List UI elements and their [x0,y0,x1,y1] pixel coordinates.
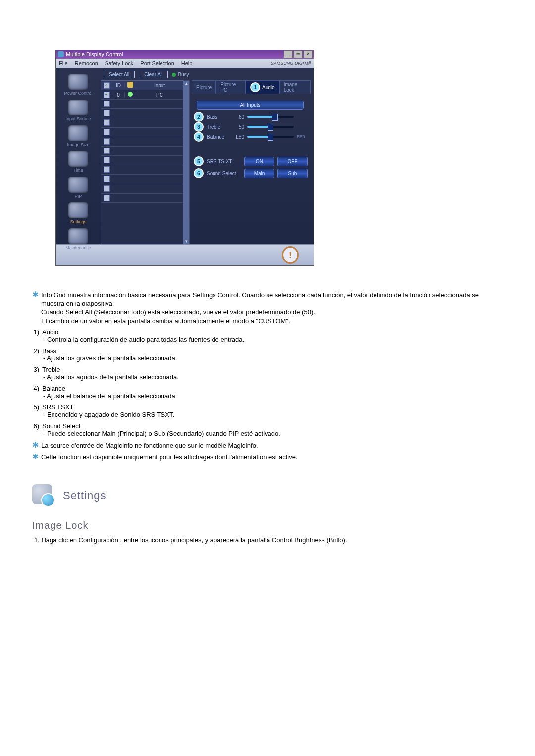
tab-image-lock[interactable]: Image Lock [279,80,311,94]
srs-off-button[interactable]: OFF [277,157,308,166]
menu-port-selection[interactable]: Port Selection [140,60,174,66]
clear-all-button[interactable]: Clear All [139,71,168,78]
row-checkbox[interactable] [104,101,110,107]
description-content: ✱ Info Grid muestra información básica n… [32,291,503,544]
table-row[interactable]: ✓ 0 PC [101,90,183,100]
tab-label: Image Lock [284,82,306,93]
menu-remocon[interactable]: Remocon [75,60,98,66]
sidebar-item-power-control[interactable]: Power Control [58,74,98,98]
sidebar-item-label: Time [73,168,83,173]
list-title: Balance [42,385,503,392]
table-row[interactable] [101,194,183,203]
sidebar-item-label: Maintenance [65,245,91,250]
table-row[interactable] [101,128,183,137]
sound-select-row: 6 Sound Select Main Sub [193,168,308,178]
row-checkbox[interactable] [104,166,110,173]
note-text: La source d'entrée de MagicInfo ne fonct… [41,441,258,450]
balance-slider-row: 4 Balance L50 R50 [193,132,308,142]
sidebar-item-label: Input Source [65,116,91,121]
row-checkbox[interactable]: ✓ [104,92,110,98]
table-row[interactable] [101,118,183,128]
treble-slider[interactable] [247,126,294,128]
table-row[interactable] [101,109,183,118]
menu-safety-lock[interactable]: Safety Lock [105,60,133,66]
sidebar-item-image-size[interactable]: Image Size [58,125,98,149]
slider-thumb[interactable] [268,134,273,141]
srs-row: 5 SRS TS XT ON OFF [193,156,308,166]
note-text: Cette fonction est disponible uniquement… [41,453,298,462]
maximize-button[interactable]: ▭ [294,50,303,58]
image-lock-step: 1. Haga clic en Configuración , entre lo… [34,536,503,544]
sound-main-button[interactable]: Main [244,169,274,178]
srs-on-button[interactable]: ON [244,157,274,166]
status-col-icon [127,82,133,88]
menubar: File Remocon Safety Lock Port Selection … [56,59,314,68]
row-checkbox[interactable] [104,138,110,145]
list-desc: - Encendido y apagado de Sonido SRS TSXT… [43,411,503,418]
treble-label: Treble [207,124,229,130]
slider-thumb[interactable] [268,124,273,131]
col-id: ID [112,83,125,88]
list-num: 3) [32,366,39,373]
sound-select-label: Sound Select [207,171,241,176]
row-checkbox[interactable] [104,129,110,135]
table-row[interactable] [101,147,183,156]
image-lock-heading: Image Lock [32,520,503,531]
sound-sub-button[interactable]: Sub [277,169,308,178]
slider-thumb[interactable] [272,114,278,121]
power-icon [68,74,88,90]
table-row[interactable] [101,137,183,147]
sidebar-item-label: Power Control [64,91,92,96]
table-row[interactable] [101,156,183,165]
sidebar-item-pip[interactable]: PIP [58,177,98,201]
tab-audio[interactable]: 1 Audio [246,80,279,94]
menu-help[interactable]: Help [181,60,193,66]
minimize-button[interactable]: _ [284,50,293,58]
table-row[interactable] [101,175,183,184]
list-num: 1) [32,328,39,336]
row-checkbox[interactable] [104,110,110,116]
scrollbar[interactable] [183,80,190,244]
row-checkbox[interactable] [104,176,110,182]
all-inputs-button[interactable]: All Inputs [197,101,304,110]
sidebar-item-time[interactable]: Time [58,151,98,175]
row-checkbox[interactable] [104,185,110,192]
table-row[interactable] [101,165,183,175]
sidebar-item-maintenance[interactable]: Maintenance [58,228,98,252]
window-title: Multiple Display Control [66,51,123,57]
brand-label: SAMSUNG DIGITall [271,61,311,66]
row-checkbox[interactable] [104,119,110,126]
header-checkbox[interactable]: ✓ [104,82,110,89]
callout-5: 5 [194,156,204,166]
table-row[interactable] [101,100,183,109]
tab-label: Audio [262,85,275,90]
sidebar-item-settings[interactable]: Settings [58,202,98,226]
balance-slider[interactable] [247,136,294,138]
row-checkbox[interactable] [104,157,110,163]
bass-slider-row: 2 Bass 60 [193,112,308,122]
bass-label: Bass [207,114,229,120]
sidebar-item-input-source[interactable]: Input Source [58,100,98,123]
row-checkbox[interactable] [104,148,110,154]
row-checkbox[interactable] [104,195,110,201]
table-row[interactable] [101,184,183,194]
info-text: Info Grid muestra información básica nec… [41,291,503,325]
tab-picture[interactable]: Picture [192,80,216,94]
alert-icon: ! [282,246,299,264]
info-grid: ✓ ID Input ✓ 0 PC [101,80,183,244]
bass-slider[interactable] [247,116,294,118]
sidebar-item-label: Settings [70,219,87,224]
menu-file[interactable]: File [59,60,68,66]
list-desc: - Puede seleccionar Main (Principal) o S… [43,430,503,437]
close-button[interactable]: × [304,50,313,58]
tab-label: Picture PC [220,82,241,93]
sidebar: Power Control Input Source Image Size Ti… [56,68,101,244]
list-desc: - Controla la configuración de audio par… [43,336,503,343]
pip-icon [68,177,88,193]
star-icon: ✱ [32,453,39,462]
list-title: Bass [42,347,503,354]
status-ok-icon [128,92,133,97]
tab-picture-pc[interactable]: Picture PC [216,80,246,94]
select-all-button[interactable]: Select All [104,71,135,78]
balance-right: R50 [297,134,308,139]
